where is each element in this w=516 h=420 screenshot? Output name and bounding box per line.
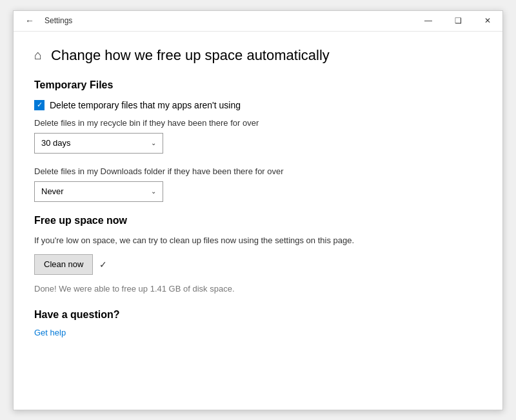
downloads-dropdown[interactable]: Never ⌄ <box>34 181 163 202</box>
page-title: Change how we free up space automaticall… <box>51 47 330 64</box>
clean-now-row: Clean now ✓ <box>34 254 482 275</box>
temp-files-heading: Temporary Files <box>34 79 482 91</box>
title-bar: ← Settings — ❑ ✕ <box>14 11 502 32</box>
free-up-body-text: If you're low on space, we can try to cl… <box>34 235 482 245</box>
clean-checkmark-icon: ✓ <box>99 259 107 270</box>
recycle-dropdown-value: 30 days <box>41 138 71 148</box>
recycle-dropdown[interactable]: 30 days ⌄ <box>34 133 163 154</box>
temp-files-section: Temporary Files ✓ Delete temporary files… <box>34 79 482 202</box>
downloads-dropdown-value: Never <box>41 186 64 196</box>
recycle-desc: Delete files in my recycle bin if they h… <box>34 118 482 128</box>
downloads-dropdown-arrow: ⌄ <box>151 188 156 195</box>
downloads-desc: Delete files in my Downloads folder if t… <box>34 166 482 176</box>
question-heading: Have a question? <box>34 309 482 321</box>
done-text: Done! We were able to free up 1.41 GB of… <box>34 284 482 294</box>
checkbox-check-icon: ✓ <box>37 101 43 108</box>
get-help-link[interactable]: Get help <box>34 328 66 337</box>
home-icon: ⌂ <box>34 48 42 63</box>
back-button[interactable]: ← <box>20 13 39 28</box>
free-up-heading: Free up space now <box>34 215 482 226</box>
content-area: ⌂ Change how we free up space automatica… <box>14 32 502 410</box>
delete-temp-label: Delete temporary files that my apps aren… <box>50 100 241 110</box>
minimize-button[interactable]: — <box>413 10 443 31</box>
question-section: Have a question? Get help <box>34 309 482 337</box>
clean-now-button[interactable]: Clean now <box>34 254 93 275</box>
title-bar-left: ← Settings <box>20 13 72 28</box>
close-button[interactable]: ✕ <box>473 10 502 31</box>
maximize-button[interactable]: ❑ <box>443 10 473 31</box>
settings-window: ← Settings — ❑ ✕ ⌂ Change how we free up… <box>13 10 503 410</box>
recycle-dropdown-arrow: ⌄ <box>151 139 156 146</box>
window-title: Settings <box>45 16 72 25</box>
page-header: ⌂ Change how we free up space automatica… <box>34 47 482 64</box>
window-controls: — ❑ ✕ <box>413 10 502 31</box>
delete-temp-checkbox-row[interactable]: ✓ Delete temporary files that my apps ar… <box>34 100 482 110</box>
free-up-section: Free up space now If you're low on space… <box>34 215 482 294</box>
delete-temp-checkbox[interactable]: ✓ <box>34 100 45 110</box>
